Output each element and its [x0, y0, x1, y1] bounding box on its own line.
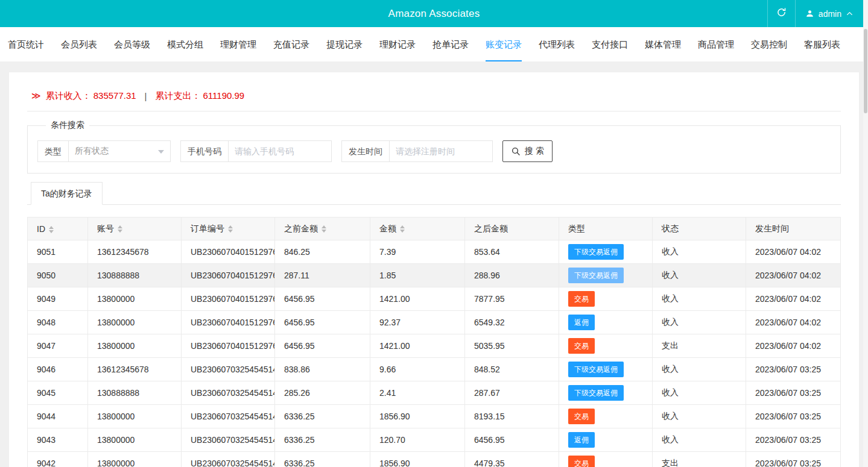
nav-item-提现记录[interactable]: 提现记录 [326, 27, 363, 61]
sort-icon[interactable] [228, 225, 233, 233]
scrollbar[interactable] [863, 0, 868, 467]
user-icon [805, 9, 814, 18]
cell-after-amount: 5035.95 [465, 334, 559, 358]
column-header: 状态 [653, 218, 746, 240]
content-card: ≫ 累计收入：835577.31 | 累计支出：611190.99 条件搜索 类… [9, 72, 859, 467]
cell-type: 交易 [559, 452, 653, 467]
cell-type: 交易 [559, 334, 653, 358]
type-badge[interactable]: 交易 [568, 291, 595, 307]
cell-id: 9046 [28, 358, 88, 381]
user-menu[interactable]: admin [795, 0, 863, 27]
table-row: 9042 13800000 UB2306070325454514 6336.25… [28, 452, 841, 467]
cell-before-amount: 6456.95 [275, 311, 370, 334]
topbar-actions: admin [767, 0, 863, 27]
search-panel-title: 条件搜索 [46, 120, 89, 131]
nav-item-充值记录[interactable]: 充值记录 [273, 27, 309, 61]
nav-item-首页统计[interactable]: 首页统计 [8, 27, 44, 61]
cell-status: 收入 [653, 311, 746, 334]
cell-type: 交易 [559, 287, 653, 311]
cell-order-no: UB2306070325454514 [182, 428, 275, 452]
cell-time: 2023/06/07 03:25 [746, 358, 841, 381]
cell-id: 9051 [28, 240, 88, 264]
search-form: 类型 所有状态 手机号码 发生时间 [37, 140, 831, 162]
column-header[interactable]: 之前金额 [275, 218, 370, 240]
cell-status: 收入 [653, 358, 746, 381]
cell-status: 支出 [653, 334, 746, 358]
cell-before-amount: 6456.95 [275, 334, 370, 358]
table-row: 9051 13612345678 UB2306070401512976 846.… [28, 240, 841, 264]
main-nav: 首页统计会员列表会员等级模式分组理财管理充值记录提现记录理财记录抢单记录账变记录… [0, 27, 868, 61]
cell-amount: 9.66 [370, 358, 465, 381]
phone-input[interactable] [228, 140, 332, 162]
column-header[interactable]: ID [28, 218, 88, 240]
table-row: 9044 13800000 UB2306070325454514 6336.25… [28, 405, 841, 428]
cell-type: 下级交易返佣 [559, 240, 653, 264]
cell-type: 下级交易返佣 [559, 358, 653, 381]
type-badge[interactable]: 交易 [568, 409, 595, 424]
cell-order-no: UB2306070401512976 [182, 240, 275, 264]
sort-icon[interactable] [322, 225, 326, 233]
cell-after-amount: 853.64 [465, 240, 559, 264]
cell-time: 2023/06/07 04:02 [746, 287, 841, 311]
nav-item-会员列表[interactable]: 会员列表 [61, 27, 97, 61]
tabs-bar: Ta的财务记录 [27, 182, 841, 205]
type-badge[interactable]: 返佣 [568, 432, 595, 448]
cell-amount: 2.41 [370, 381, 465, 405]
time-input[interactable] [389, 140, 493, 162]
cell-status: 收入 [653, 428, 746, 452]
nav-item-媒体管理[interactable]: 媒体管理 [645, 27, 681, 61]
nav-item-理财记录[interactable]: 理财记录 [379, 27, 416, 61]
cell-type: 下级交易返佣 [559, 381, 653, 405]
nav-item-理财管理[interactable]: 理财管理 [220, 27, 256, 61]
sort-icon[interactable] [118, 225, 122, 233]
nav-item-客服列表[interactable]: 客服列表 [804, 27, 840, 61]
nav-item-支付接口[interactable]: 支付接口 [592, 27, 628, 61]
nav-item-账变记录[interactable]: 账变记录 [486, 27, 522, 61]
table-row: 9045 130888888 UB2306070325454514 285.26… [28, 381, 841, 405]
time-filter-group: 发生时间 [341, 140, 493, 162]
sort-icon[interactable] [400, 225, 405, 233]
cell-time: 2023/06/07 03:25 [746, 381, 841, 405]
nav-item-抢单记录[interactable]: 抢单记录 [432, 27, 469, 61]
table-row: 9049 13800000 UB2306070401512976 6456.95… [28, 287, 841, 311]
cell-account: 13800000 [88, 287, 182, 311]
column-header[interactable]: 账号 [88, 218, 182, 240]
cell-type: 交易 [559, 405, 653, 428]
phone-filter-group: 手机号码 [180, 140, 332, 162]
type-label: 类型 [37, 140, 68, 162]
stats-bar: ≫ 累计收入：835577.31 | 累计支出：611190.99 [27, 89, 841, 102]
nav-item-代理列表[interactable]: 代理列表 [539, 27, 575, 61]
scrollbar-thumb[interactable] [864, 29, 867, 113]
type-badge[interactable]: 交易 [568, 338, 595, 354]
refresh-button[interactable] [767, 0, 795, 27]
cell-id: 9049 [28, 287, 88, 311]
type-badge[interactable]: 下级交易返佣 [568, 268, 624, 283]
username: admin [819, 9, 841, 19]
cell-amount: 1.85 [370, 264, 465, 287]
nav-item-交易控制[interactable]: 交易控制 [751, 27, 787, 61]
cell-type: 返佣 [559, 428, 653, 452]
column-header[interactable]: 金额 [370, 218, 465, 240]
cell-after-amount: 6456.95 [465, 428, 559, 452]
cell-account: 13800000 [88, 334, 182, 358]
type-badge[interactable]: 下级交易返佣 [568, 244, 624, 260]
search-button[interactable]: 搜 索 [502, 140, 553, 162]
column-header[interactable]: 订单编号 [182, 218, 275, 240]
cell-time: 2023/06/07 04:02 [746, 311, 841, 334]
nav-item-会员等级[interactable]: 会员等级 [114, 27, 150, 61]
type-badge[interactable]: 下级交易返佣 [568, 362, 624, 377]
cell-status: 收入 [653, 405, 746, 428]
cell-id: 9043 [28, 428, 88, 452]
table-head-row: ID账号订单编号之前金额金额之后金额类型状态发生时间 [28, 218, 841, 240]
type-select[interactable]: 所有状态 [68, 140, 171, 162]
nav-item-商品管理[interactable]: 商品管理 [698, 27, 734, 61]
nav-item-模式分组[interactable]: 模式分组 [167, 27, 203, 61]
chevron-up-icon [846, 10, 854, 17]
total-expense: 累计支出：611190.99 [156, 90, 245, 102]
type-badge[interactable]: 下级交易返佣 [568, 385, 624, 401]
sort-icon[interactable] [49, 226, 54, 233]
type-badge[interactable]: 返佣 [568, 315, 595, 330]
type-badge[interactable]: 交易 [568, 456, 595, 467]
tab-financial-records[interactable]: Ta的财务记录 [31, 182, 103, 205]
search-panel: 条件搜索 类型 所有状态 手机号码 发生时间 [27, 120, 841, 174]
